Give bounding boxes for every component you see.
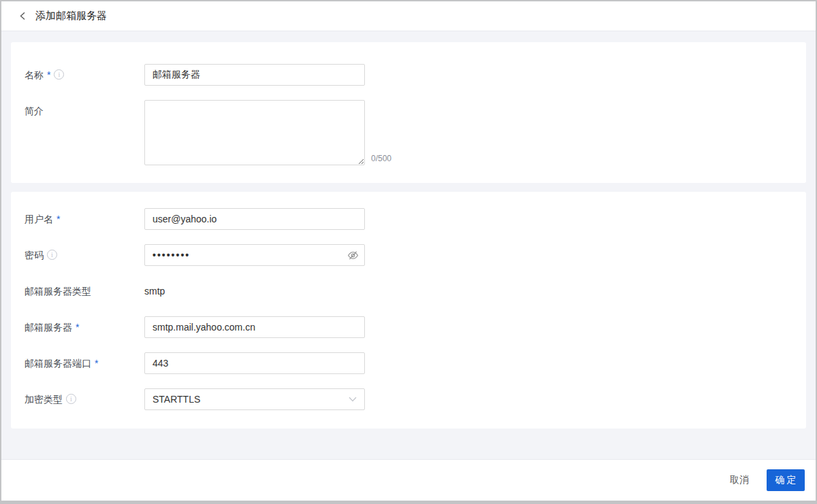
form-area: 名称 * i 简介 0/500 [1,31,816,459]
server-settings-card: 用户名 * 密码 i [11,192,806,429]
encryption-label: 加密类型 i [25,388,144,410]
required-asterisk: * [76,321,79,333]
server-port-input[interactable] [144,352,365,374]
password-row: 密码 i [25,244,792,266]
chevron-down-icon [349,397,357,402]
description-label: 简介 [25,100,144,165]
basic-info-card: 名称 * i 简介 0/500 [11,42,806,183]
encryption-selected-value: STARTTLS [153,394,200,405]
cancel-button[interactable]: 取消 [730,474,749,486]
password-input[interactable] [144,244,365,266]
info-icon[interactable]: i [66,394,76,404]
server-host-input[interactable] [144,316,365,338]
server-host-label: 邮箱服务器 * [25,316,144,338]
required-asterisk: * [57,213,60,225]
char-counter: 0/500 [371,154,391,165]
required-asterisk: * [47,69,50,81]
username-label: 用户名 * [25,208,144,230]
toggle-password-visibility-button[interactable] [347,249,359,261]
name-row: 名称 * i [25,64,792,86]
page-header: 添加邮箱服务器 [1,1,816,31]
info-icon[interactable]: i [47,250,57,260]
back-button[interactable] [16,10,29,22]
server-type-row: 邮箱服务器类型 smtp [25,280,792,302]
eye-slash-icon [347,250,359,261]
name-label: 名称 * i [25,64,144,86]
password-label: 密码 i [25,244,144,266]
encryption-row: 加密类型 i STARTTLS [25,388,792,410]
confirm-button[interactable]: 确定 [767,469,805,491]
server-port-row: 邮箱服务器端口 * [25,352,792,374]
description-textarea[interactable] [144,100,365,165]
server-port-label: 邮箱服务器端口 * [25,352,144,374]
page-title: 添加邮箱服务器 [35,10,107,22]
username-row: 用户名 * [25,208,792,230]
encryption-select[interactable]: STARTTLS [144,388,365,410]
action-footer: 取消 确定 [1,459,816,501]
required-asterisk: * [95,357,98,369]
name-input[interactable] [144,64,365,86]
server-type-value: smtp [144,280,165,302]
server-type-label: 邮箱服务器类型 [25,280,144,302]
chevron-left-icon [19,12,27,20]
server-host-row: 邮箱服务器 * [25,316,792,338]
add-mail-server-page: 添加邮箱服务器 名称 * i 简介 0/5 [0,0,817,504]
info-icon[interactable]: i [54,69,64,80]
description-row: 简介 0/500 [25,100,792,165]
username-input[interactable] [144,208,365,230]
